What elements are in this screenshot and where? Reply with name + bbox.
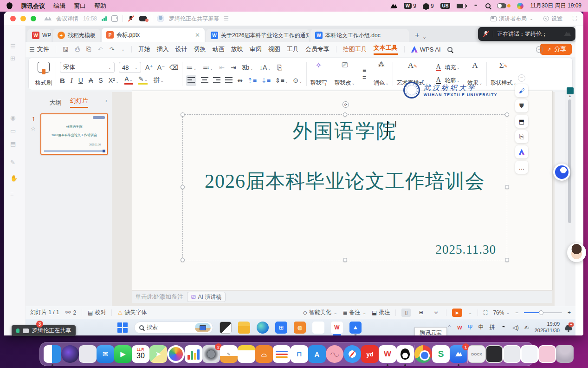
decrease-indent-button[interactable]: ⇤: [219, 64, 225, 71]
save-shape-button[interactable]: ⎘: [515, 130, 528, 143]
wps-ai-float-button[interactable]: [515, 145, 528, 158]
font-color-button[interactable]: A⌄: [124, 76, 133, 85]
font-family-select[interactable]: 宋体⌄: [60, 62, 115, 73]
wps-menubar-item[interactable]: W9: [404, 3, 416, 9]
fit-window-button[interactable]: ⛶: [484, 309, 487, 316]
panel-toggle-icon[interactable]: [567, 87, 574, 94]
tray-wps-icon[interactable]: W: [457, 325, 462, 330]
document-tab-group[interactable]: W 本科论文工作小组.doc: [310, 29, 409, 42]
text-direction-button[interactable]: ↓A⌄: [259, 64, 271, 71]
convert-textbox-icon[interactable]: ⎘: [277, 64, 282, 72]
tray-wifi-icon[interactable]: [500, 325, 507, 330]
dock-green-s-app-icon[interactable]: S: [432, 345, 450, 363]
toolbar-chevron-icon[interactable]: ⌄: [121, 47, 125, 52]
zoom-window-button[interactable]: [31, 16, 36, 21]
camera-off-icon[interactable]: [139, 16, 147, 21]
menu-draw-tools[interactable]: 绘图工具: [343, 45, 367, 53]
microsoft-store-button[interactable]: ⊞: [275, 322, 287, 334]
superscript-button[interactable]: X²⌄: [109, 77, 119, 84]
menubar-edit[interactable]: 编辑: [53, 2, 65, 10]
ai-edit-button[interactable]: ⎚ 帮我改⌄: [331, 60, 359, 88]
meeting-detail-link[interactable]: 会议详情: [56, 15, 78, 23]
close-window-button[interactable]: [10, 16, 16, 21]
slide-subtitle[interactable]: 2026届本科毕业论文工作培训会: [182, 168, 507, 194]
member-icon[interactable]: ◉: [10, 114, 15, 121]
active-document-tab[interactable]: P 会标.pptx ✕: [102, 28, 205, 42]
dock-minimized-window-blue[interactable]: [521, 345, 538, 363]
dock-minimized-window-light[interactable]: [503, 345, 521, 363]
menu-member[interactable]: 会员专享: [305, 45, 330, 53]
smart-beautify-button[interactable]: ◇智能美化⌄: [303, 309, 337, 316]
increase-indent-button[interactable]: ⇥: [231, 64, 236, 71]
format-painter-button[interactable]: 格式刷: [32, 60, 56, 88]
resize-handle-sw[interactable]: [181, 258, 185, 262]
dock-trash-icon[interactable]: [556, 345, 574, 363]
compare-lines-icon[interactable]: ≡=: [359, 60, 370, 88]
document-tab-notice[interactable]: W 关于2026届本科毕业论文工作的通知: [206, 29, 309, 42]
resize-handle-ne[interactable]: [505, 112, 509, 117]
bullet-list-button[interactable]: ≔⌄: [186, 64, 197, 71]
edge-browser-button[interactable]: [257, 322, 269, 334]
resize-handle-s[interactable]: [343, 258, 347, 262]
more-options-button[interactable]: …: [515, 161, 528, 174]
numbered-list-button[interactable]: ≕⌄: [203, 64, 213, 71]
line-height-button[interactable]: ⇕≡⌄: [275, 77, 288, 84]
dock-qq-icon[interactable]: [396, 345, 414, 363]
slide-title[interactable]: 外国语学院: [182, 118, 507, 144]
tab-list-chevron-icon[interactable]: ⌄: [422, 34, 426, 40]
dock-textedit-icon[interactable]: ✎: [220, 345, 238, 363]
resize-handle-se[interactable]: [505, 258, 509, 262]
slide-sorter-view-button[interactable]: ⊞: [416, 309, 426, 317]
zoom-slider[interactable]: [524, 312, 562, 313]
dock-meeting-icon[interactable]: 1: [450, 345, 467, 363]
slides-tab[interactable]: 幻灯片: [70, 97, 88, 108]
undo-icon[interactable]: ↶: [97, 46, 103, 53]
participant-avatar-bubble[interactable]: [567, 243, 586, 262]
dock-calendar-icon[interactable]: 11月30: [132, 345, 149, 363]
tray-clock[interactable]: 19:09 2025/11/30: [535, 321, 560, 334]
ime-mode[interactable]: 拼: [489, 323, 495, 331]
ime-language[interactable]: 中: [478, 323, 484, 331]
missing-font-warning[interactable]: ⚠缺失字体: [117, 309, 147, 316]
distribute-button[interactable]: ⇹: [237, 77, 243, 84]
settings-button[interactable]: 设置: [543, 15, 562, 23]
slide-thumbnail[interactable]: 外国语学院 2026届本科毕业论文工作培训会 2025.11.30: [40, 113, 108, 155]
slide-star-icon[interactable]: ☆: [31, 125, 36, 132]
popout-icon[interactable]: [111, 15, 118, 22]
char-spacing-button[interactable]: a̅b⌄: [242, 64, 253, 71]
dock-siri-icon[interactable]: [61, 345, 79, 363]
menu-wps-ai[interactable]: WPS AI: [411, 46, 441, 53]
tray-mic-icon[interactable]: Ψ: [468, 324, 473, 331]
meeting-status-icon[interactable]: [390, 4, 397, 8]
comment-button[interactable]: ⬓批注: [372, 309, 390, 316]
dock-keynote-icon[interactable]: ⊓: [291, 345, 308, 363]
print-icon[interactable]: ⎗: [86, 46, 91, 53]
resize-handle-nw[interactable]: [181, 112, 185, 117]
share-screen-icon[interactable]: ⬒: [10, 140, 16, 147]
fullscreen-icon[interactable]: ⛶: [573, 15, 577, 22]
menu-animation[interactable]: 动画: [213, 45, 225, 53]
slide-surface[interactable]: 武汉纺织大学 WUHAN TEXTILE UNIVERSITY ⟳ 外国语学院 …: [132, 91, 552, 290]
menubar-window[interactable]: 窗口: [74, 2, 86, 10]
menu-text-tools[interactable]: 文本工具: [374, 44, 398, 55]
tray-pen-icon[interactable]: ✍: [524, 324, 529, 331]
menu-view[interactable]: 视图: [268, 45, 280, 53]
scroll-up-icon[interactable]: ▲: [568, 94, 572, 98]
more-tools-icon[interactable]: ≡: [10, 191, 14, 197]
polish-button[interactable]: ⁂ 润色⌄: [370, 60, 393, 88]
menubar-help[interactable]: 帮助: [94, 2, 106, 10]
docs-grid-app-button[interactable]: [312, 322, 324, 334]
wifi-icon[interactable]: [472, 4, 479, 8]
strikethrough-button[interactable]: A: [89, 77, 93, 84]
reading-view-button[interactable]: ⌾: [431, 309, 440, 317]
browser-float-button[interactable]: [553, 164, 570, 181]
docer-template-tab[interactable]: ✦ 找稻壳模板: [53, 29, 100, 42]
orange-app-button[interactable]: ◍: [294, 322, 306, 334]
windows-start-button[interactable]: [117, 322, 128, 333]
meeting-taskbar-button[interactable]: [349, 322, 362, 334]
present-device-button[interactable]: ⬒: [515, 115, 528, 128]
dock-safari-icon[interactable]: [343, 345, 361, 363]
sharer-list-icon[interactable]: ☰: [224, 15, 229, 22]
fill-bucket-button[interactable]: ⛊: [515, 99, 528, 112]
new-tab-button[interactable]: +: [415, 31, 420, 40]
